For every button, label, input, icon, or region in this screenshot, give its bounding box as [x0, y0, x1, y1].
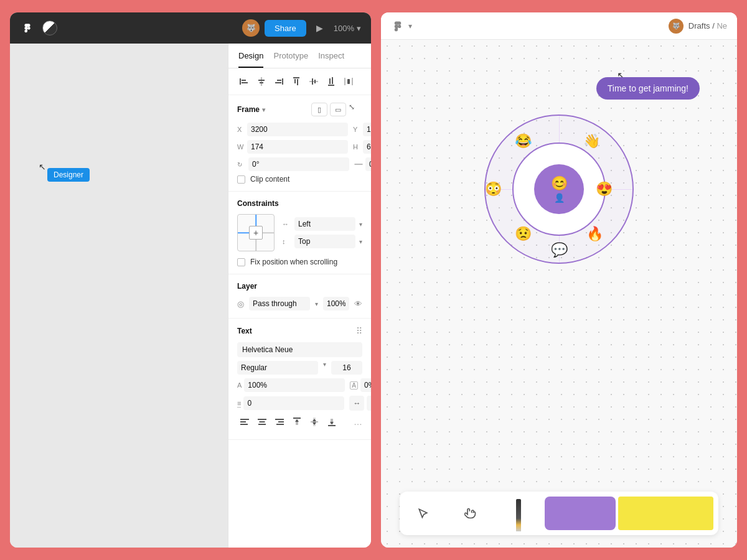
clip-content-label: Clip content — [250, 175, 289, 184]
svg-rect-22 — [240, 421, 246, 422]
w-label: W — [237, 143, 245, 151]
svg-marker-32 — [295, 419, 299, 422]
frame-section: Frame ▾ ▯ ▭ ⤡ X — [228, 95, 371, 192]
emoji-fire[interactable]: 🔥 — [586, 226, 603, 242]
corner-radius-input[interactable] — [365, 157, 371, 171]
emoji-laughing[interactable]: 😂 — [515, 133, 532, 149]
align-center-h-icon[interactable] — [255, 75, 268, 88]
figma-logo-icon — [391, 19, 405, 33]
emoji-worried[interactable]: 😟 — [515, 226, 532, 242]
toolbar-hand-tool[interactable] — [447, 492, 494, 535]
w-input[interactable] — [247, 140, 348, 154]
figma-icon — [20, 21, 35, 35]
svg-rect-20 — [347, 79, 350, 84]
svg-rect-2 — [242, 82, 248, 83]
font-family-select[interactable]: Helvetica Neue Arial Inter — [237, 342, 362, 357]
font-size-input[interactable] — [331, 361, 362, 375]
right-avatar: 🐺 — [669, 19, 684, 34]
svg-rect-9 — [293, 77, 299, 78]
clip-content-checkbox[interactable] — [237, 175, 245, 184]
opacity-input[interactable] — [323, 297, 349, 310]
constraints-title: Constraints — [237, 199, 279, 208]
x-input[interactable] — [247, 123, 348, 136]
dotted-canvas: ↖ Time to get jamming! 😊 👤 😂 — [381, 40, 737, 548]
svg-marker-35 — [312, 419, 316, 421]
share-button[interactable]: Share — [265, 20, 306, 37]
text-align-left-icon[interactable] — [237, 414, 252, 429]
scale-input[interactable] — [244, 378, 345, 392]
svg-rect-24 — [258, 419, 266, 420]
text-align-center-icon[interactable] — [255, 414, 270, 429]
visibility-icon[interactable]: 👁 — [354, 299, 362, 309]
text-more-icon[interactable]: … — [354, 417, 362, 427]
compress-icon[interactable]: ⤡ — [349, 103, 362, 116]
tab-prototype[interactable]: Prototype — [273, 51, 308, 68]
svg-rect-29 — [276, 424, 284, 425]
properties-panel: Design Prototype Inspect — [228, 44, 371, 548]
figma-logo-button[interactable]: ▾ — [391, 19, 412, 33]
text-align-right-icon[interactable] — [272, 414, 287, 429]
right-canvas-panel: ▾ 🐺 Drafts / Ne ↖ Time to get jamming! — [381, 12, 737, 548]
align-bottom-icon[interactable] — [324, 75, 338, 88]
svg-rect-21 — [240, 419, 249, 420]
svg-rect-0 — [240, 78, 241, 85]
distribute-icon[interactable] — [342, 75, 355, 88]
corner-radius-icon — [354, 164, 363, 165]
tracking-icon: A — [350, 381, 358, 390]
text-valign-middle-icon[interactable] — [307, 414, 322, 429]
h-label: H — [353, 143, 360, 151]
text-overflow-icon[interactable]: ≡ — [367, 396, 371, 411]
svg-rect-14 — [314, 80, 316, 83]
toolbar-purple-shape — [545, 497, 616, 530]
right-top-right: 🐺 Drafts / Ne — [669, 19, 727, 34]
theme-toggle-icon[interactable] — [42, 21, 57, 35]
text-section: Text ⠿ Helvetica Neue Arial Inter — [228, 319, 371, 440]
bottom-toolbar — [400, 492, 718, 535]
fix-scroll-checkbox[interactable] — [237, 258, 245, 266]
align-left-icon[interactable] — [237, 75, 251, 88]
play-button[interactable]: ▶ — [311, 19, 329, 37]
tab-design[interactable]: Design — [238, 51, 263, 68]
svg-rect-15 — [328, 85, 334, 86]
tab-inspect[interactable]: Inspect — [318, 51, 344, 68]
frame-landscape-btn[interactable]: ▭ — [330, 103, 346, 116]
h-input[interactable] — [363, 140, 371, 154]
tracking-input[interactable] — [360, 378, 371, 392]
align-right-icon[interactable] — [272, 75, 286, 88]
emoji-center-button[interactable]: 😊 👤 — [534, 164, 584, 214]
text-valign-top-icon[interactable] — [289, 414, 304, 429]
emoji-wave[interactable]: 👋 — [583, 133, 600, 149]
text-section-more-icon[interactable]: ⠿ — [356, 326, 362, 336]
top-bar-center: 🐺 Share ▶ 100% ▾ — [242, 19, 361, 37]
text-valign-bottom-icon[interactable] — [324, 414, 339, 429]
text-wrap-icon[interactable]: ↔ — [349, 396, 364, 411]
svg-rect-12 — [309, 81, 318, 82]
emoji-center-add-icon: 👤 — [554, 193, 565, 203]
svg-rect-30 — [293, 418, 301, 419]
y-input[interactable] — [363, 123, 371, 136]
constraint-v-select[interactable]: Top Bottom Center Scale — [294, 235, 355, 248]
toolbar-select-tool[interactable] — [400, 492, 447, 535]
align-top-icon[interactable] — [289, 75, 303, 88]
emoji-heart-eyes[interactable]: 😍 — [596, 181, 613, 197]
blend-mode-select[interactable]: Pass through Normal Multiply Screen — [249, 297, 310, 310]
svg-rect-16 — [329, 78, 331, 84]
indent-input[interactable] — [243, 396, 344, 410]
toolbar-pen-tool[interactable] — [495, 492, 542, 535]
frame-portrait-btn[interactable]: ▯ — [311, 103, 327, 116]
align-middle-v-icon[interactable] — [307, 75, 321, 88]
blend-mode-icon: ◎ — [237, 299, 244, 309]
font-weight-select[interactable]: Regular Bold Light — [237, 361, 318, 375]
svg-rect-6 — [282, 78, 283, 85]
chat-bubble: Time to get jamming! — [596, 77, 700, 100]
svg-rect-7 — [277, 80, 281, 81]
right-top-bar: ▾ 🐺 Drafts / Ne — [381, 12, 737, 40]
zoom-control[interactable]: 100% ▾ — [334, 24, 361, 33]
emoji-flushed[interactable]: 😳 — [485, 181, 502, 197]
svg-marker-36 — [312, 422, 316, 425]
rotation-input[interactable] — [248, 157, 349, 171]
svg-rect-19 — [352, 78, 353, 85]
emoji-speech[interactable]: 💬 — [551, 242, 568, 258]
constraint-h-select[interactable]: Left Right Center Scale — [294, 217, 355, 231]
rotation-icon: ↻ — [237, 161, 246, 168]
